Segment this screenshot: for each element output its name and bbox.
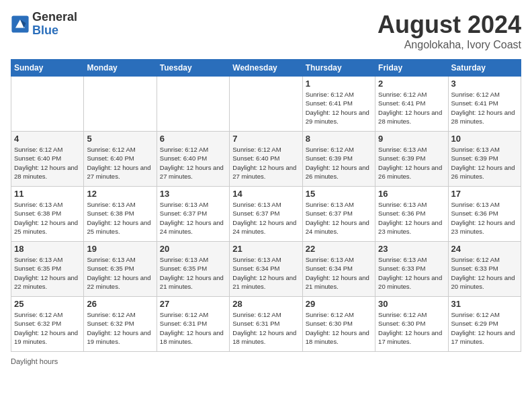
legend: Daylight hours [11, 357, 521, 365]
day-info: Sunrise: 6:13 AM Sunset: 6:38 PM Dayligh… [87, 200, 153, 236]
day-info: Sunrise: 6:12 AM Sunset: 6:31 PM Dayligh… [160, 310, 226, 346]
day-number: 14 [232, 189, 299, 199]
header-cell-saturday: Saturday [448, 60, 521, 77]
logo-general-text: General [32, 11, 77, 24]
day-cell: 7 Sunrise: 6:12 AM Sunset: 6:40 PM Dayli… [230, 132, 302, 187]
day-number: 7 [232, 134, 299, 144]
day-number: 15 [306, 189, 372, 199]
day-info: Sunrise: 6:12 AM Sunset: 6:39 PM Dayligh… [306, 145, 372, 181]
day-info: Sunrise: 6:13 AM Sunset: 6:35 PM Dayligh… [14, 255, 81, 291]
day-cell: 18 Sunrise: 6:13 AM Sunset: 6:35 PM Dayl… [11, 242, 84, 297]
day-cell: 9 Sunrise: 6:13 AM Sunset: 6:39 PM Dayli… [375, 132, 448, 187]
day-info: Sunrise: 6:12 AM Sunset: 6:30 PM Dayligh… [378, 310, 445, 346]
day-cell: 17 Sunrise: 6:13 AM Sunset: 6:36 PM Dayl… [448, 187, 521, 242]
day-number: 23 [378, 244, 445, 254]
day-info: Sunrise: 6:12 AM Sunset: 6:31 PM Dayligh… [232, 310, 299, 346]
day-number: 18 [14, 244, 81, 254]
week-row-2: 4 Sunrise: 6:12 AM Sunset: 6:40 PM Dayli… [11, 132, 521, 187]
day-info: Sunrise: 6:13 AM Sunset: 6:35 PM Dayligh… [160, 255, 226, 291]
day-info: Sunrise: 6:12 AM Sunset: 6:33 PM Dayligh… [451, 255, 518, 291]
header-cell-wednesday: Wednesday [230, 60, 302, 77]
day-info: Sunrise: 6:13 AM Sunset: 6:35 PM Dayligh… [87, 255, 153, 291]
day-info: Sunrise: 6:12 AM Sunset: 6:40 PM Dayligh… [232, 145, 299, 181]
header-cell-friday: Friday [375, 60, 448, 77]
month-year: August 2024 [378, 11, 521, 39]
day-cell: 23 Sunrise: 6:13 AM Sunset: 6:33 PM Dayl… [375, 242, 448, 297]
day-info: Sunrise: 6:13 AM Sunset: 6:36 PM Dayligh… [451, 200, 518, 236]
header-cell-monday: Monday [84, 60, 157, 77]
week-row-3: 11 Sunrise: 6:13 AM Sunset: 6:38 PM Dayl… [11, 187, 521, 242]
day-number: 19 [87, 244, 153, 254]
day-cell [157, 77, 229, 132]
day-number: 26 [87, 299, 153, 309]
header-cell-tuesday: Tuesday [157, 60, 229, 77]
day-number: 12 [87, 189, 153, 199]
day-info: Sunrise: 6:12 AM Sunset: 6:41 PM Dayligh… [306, 90, 372, 126]
day-cell: 6 Sunrise: 6:12 AM Sunset: 6:40 PM Dayli… [157, 132, 229, 187]
calendar-table: SundayMondayTuesdayWednesdayThursdayFrid… [11, 59, 521, 352]
day-cell: 8 Sunrise: 6:12 AM Sunset: 6:39 PM Dayli… [302, 132, 375, 187]
logo-icon [11, 15, 30, 34]
day-info: Sunrise: 6:12 AM Sunset: 6:30 PM Dayligh… [306, 310, 372, 346]
daylight-hours-label: Daylight hours [11, 357, 58, 365]
day-cell: 24 Sunrise: 6:12 AM Sunset: 6:33 PM Dayl… [448, 242, 521, 297]
week-row-4: 18 Sunrise: 6:13 AM Sunset: 6:35 PM Dayl… [11, 242, 521, 297]
calendar-header: SundayMondayTuesdayWednesdayThursdayFrid… [11, 60, 521, 77]
day-number: 2 [378, 79, 445, 89]
header-cell-sunday: Sunday [11, 60, 84, 77]
week-row-1: 1 Sunrise: 6:12 AM Sunset: 6:41 PM Dayli… [11, 77, 521, 132]
day-number: 3 [451, 79, 518, 89]
day-cell: 11 Sunrise: 6:13 AM Sunset: 6:38 PM Dayl… [11, 187, 84, 242]
day-cell: 16 Sunrise: 6:13 AM Sunset: 6:36 PM Dayl… [375, 187, 448, 242]
day-cell: 29 Sunrise: 6:12 AM Sunset: 6:30 PM Dayl… [302, 297, 375, 352]
day-number: 8 [306, 134, 372, 144]
day-info: Sunrise: 6:12 AM Sunset: 6:32 PM Dayligh… [14, 310, 81, 346]
day-cell: 30 Sunrise: 6:12 AM Sunset: 6:30 PM Dayl… [375, 297, 448, 352]
day-info: Sunrise: 6:12 AM Sunset: 6:29 PM Dayligh… [451, 310, 518, 346]
day-cell: 13 Sunrise: 6:13 AM Sunset: 6:37 PM Dayl… [157, 187, 229, 242]
location: Angolokaha, Ivory Coast [378, 39, 521, 51]
title-block: August 2024 Angolokaha, Ivory Coast [378, 11, 521, 51]
day-number: 20 [160, 244, 226, 254]
day-info: Sunrise: 6:12 AM Sunset: 6:41 PM Dayligh… [451, 90, 518, 126]
day-info: Sunrise: 6:12 AM Sunset: 6:41 PM Dayligh… [378, 90, 445, 126]
day-number: 25 [14, 299, 81, 309]
page-header: General Blue August 2024 Angolokaha, Ivo… [11, 11, 521, 51]
day-number: 17 [451, 189, 518, 199]
day-cell: 19 Sunrise: 6:13 AM Sunset: 6:35 PM Dayl… [84, 242, 157, 297]
day-cell: 28 Sunrise: 6:12 AM Sunset: 6:31 PM Dayl… [230, 297, 302, 352]
day-number: 4 [14, 134, 81, 144]
day-info: Sunrise: 6:13 AM Sunset: 6:39 PM Dayligh… [378, 145, 445, 181]
day-cell: 12 Sunrise: 6:13 AM Sunset: 6:38 PM Dayl… [84, 187, 157, 242]
day-number: 13 [160, 189, 226, 199]
day-number: 11 [14, 189, 81, 199]
day-info: Sunrise: 6:12 AM Sunset: 6:32 PM Dayligh… [87, 310, 153, 346]
day-cell: 27 Sunrise: 6:12 AM Sunset: 6:31 PM Dayl… [157, 297, 229, 352]
day-info: Sunrise: 6:13 AM Sunset: 6:38 PM Dayligh… [14, 200, 81, 236]
header-row: SundayMondayTuesdayWednesdayThursdayFrid… [11, 60, 521, 77]
week-row-5: 25 Sunrise: 6:12 AM Sunset: 6:32 PM Dayl… [11, 297, 521, 352]
day-number: 27 [160, 299, 226, 309]
day-info: Sunrise: 6:13 AM Sunset: 6:36 PM Dayligh… [378, 200, 445, 236]
day-info: Sunrise: 6:12 AM Sunset: 6:40 PM Dayligh… [87, 145, 153, 181]
day-number: 9 [378, 134, 445, 144]
day-number: 16 [378, 189, 445, 199]
day-number: 24 [451, 244, 518, 254]
logo-blue-text: Blue [32, 24, 77, 38]
day-number: 22 [306, 244, 372, 254]
day-cell [84, 77, 157, 132]
day-info: Sunrise: 6:13 AM Sunset: 6:34 PM Dayligh… [232, 255, 299, 291]
day-cell: 4 Sunrise: 6:12 AM Sunset: 6:40 PM Dayli… [11, 132, 84, 187]
day-info: Sunrise: 6:12 AM Sunset: 6:40 PM Dayligh… [14, 145, 81, 181]
day-cell: 26 Sunrise: 6:12 AM Sunset: 6:32 PM Dayl… [84, 297, 157, 352]
day-number: 29 [306, 299, 372, 309]
day-cell: 2 Sunrise: 6:12 AM Sunset: 6:41 PM Dayli… [375, 77, 448, 132]
calendar-body: 1 Sunrise: 6:12 AM Sunset: 6:41 PM Dayli… [11, 77, 521, 352]
day-number: 1 [306, 79, 372, 89]
day-info: Sunrise: 6:13 AM Sunset: 6:37 PM Dayligh… [160, 200, 226, 236]
day-cell: 31 Sunrise: 6:12 AM Sunset: 6:29 PM Dayl… [448, 297, 521, 352]
day-info: Sunrise: 6:13 AM Sunset: 6:33 PM Dayligh… [378, 255, 445, 291]
day-number: 30 [378, 299, 445, 309]
day-cell: 20 Sunrise: 6:13 AM Sunset: 6:35 PM Dayl… [157, 242, 229, 297]
day-cell: 14 Sunrise: 6:13 AM Sunset: 6:37 PM Dayl… [230, 187, 302, 242]
